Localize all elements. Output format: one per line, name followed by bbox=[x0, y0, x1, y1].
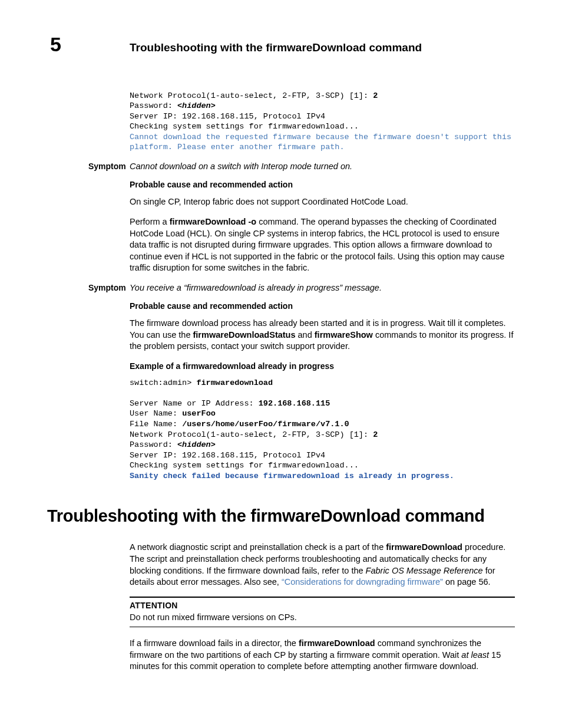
code-text: File Name: bbox=[130, 420, 182, 429]
code-text: Checking system settings for firmwaredow… bbox=[130, 122, 359, 131]
text: A network diagnostic script and preinsta… bbox=[130, 542, 386, 552]
code-text: Checking system settings for firmwaredow… bbox=[130, 461, 359, 470]
code-error-text: Sanity check failed because firmwaredown… bbox=[130, 472, 454, 480]
code-text: Network Protocol(1-auto-select, 2-FTP, 3… bbox=[130, 91, 373, 100]
emphasis: at least bbox=[461, 650, 489, 660]
code-text: User Name: bbox=[130, 409, 182, 418]
code-text: Server Name or IP Address: bbox=[130, 399, 259, 408]
command-name: firmwareDownload bbox=[299, 638, 375, 648]
paragraph: If a firmware download fails in a direct… bbox=[130, 638, 515, 673]
code-text: 192.168.168.115 bbox=[259, 399, 330, 408]
attention-text: Do not run mixed firmware versions on CP… bbox=[130, 612, 515, 624]
code-error-text: Cannot download the requested firmware b… bbox=[130, 133, 516, 152]
reference-title: Fabric OS Message Reference bbox=[366, 566, 483, 575]
code-block-1: Network Protocol(1-auto-select, 2-FTP, 3… bbox=[130, 91, 515, 153]
code-block-2: switch:admin> firmwaredownload Server Na… bbox=[130, 378, 515, 481]
code-text: Password: bbox=[130, 101, 177, 110]
code-text: Password: bbox=[130, 440, 177, 449]
code-text: switch:admin> bbox=[130, 378, 196, 387]
symptom-label: Symptom bbox=[47, 161, 130, 173]
sub-heading: Probable cause and recommended action bbox=[130, 301, 515, 312]
symptom-row: Symptom Cannot download on a switch with… bbox=[47, 161, 515, 173]
symptom-label: Symptom bbox=[47, 282, 130, 294]
symptom-row: Symptom You receive a “firmwaredownload … bbox=[47, 282, 515, 294]
command-name: firmwareDownloadStatus bbox=[193, 330, 296, 340]
code-text: 2 bbox=[373, 430, 378, 439]
code-text: 2 bbox=[373, 91, 378, 100]
code-text: userFoo bbox=[182, 409, 216, 418]
text: If a firmware download fails in a direct… bbox=[130, 638, 299, 648]
command-name: firmwareDownload -o bbox=[170, 217, 256, 226]
code-text: Server IP: 192.168.168.115, Protocol IPv… bbox=[130, 112, 325, 121]
paragraph: Perform a firmwareDownload -o command. T… bbox=[130, 216, 515, 274]
code-text: <hidden> bbox=[177, 101, 216, 110]
chapter-number: 5 bbox=[50, 31, 61, 58]
command-name: firmwareShow bbox=[315, 330, 373, 340]
code-text: Network Protocol(1-auto-select, 2-FTP, 3… bbox=[130, 430, 373, 439]
code-text: firmwaredownload bbox=[196, 378, 273, 387]
text: Perform a bbox=[130, 217, 170, 226]
symptom-text: Cannot download on a switch with Interop… bbox=[130, 161, 352, 173]
section-heading: Troubleshooting with the firmwareDownloa… bbox=[47, 505, 515, 528]
text: on page 56. bbox=[443, 577, 491, 587]
symptom-text: You receive a “firmwaredownload is alrea… bbox=[130, 282, 382, 294]
example-heading: Example of a firmwaredownload already in… bbox=[130, 361, 515, 372]
cross-reference-link[interactable]: “Considerations for downgrading firmware… bbox=[282, 577, 443, 587]
paragraph: On single CP, Interop fabric does not su… bbox=[130, 196, 515, 208]
code-text: <hidden> bbox=[177, 440, 216, 449]
paragraph: The firmware download process has alread… bbox=[130, 318, 515, 353]
code-text: /users/home/userFoo/firmware/v7.1.0 bbox=[182, 420, 349, 429]
code-text: Server IP: 192.168.168.115, Protocol IPv… bbox=[130, 451, 325, 460]
running-header: Troubleshooting with the firmwareDownloa… bbox=[130, 40, 515, 55]
command-name: firmwareDownload bbox=[386, 542, 462, 552]
attention-box: ATTENTION Do not run mixed firmware vers… bbox=[130, 597, 515, 627]
sub-heading: Probable cause and recommended action bbox=[130, 179, 515, 190]
attention-label: ATTENTION bbox=[130, 600, 515, 611]
text: and bbox=[296, 330, 315, 340]
paragraph: A network diagnostic script and preinsta… bbox=[130, 542, 515, 588]
